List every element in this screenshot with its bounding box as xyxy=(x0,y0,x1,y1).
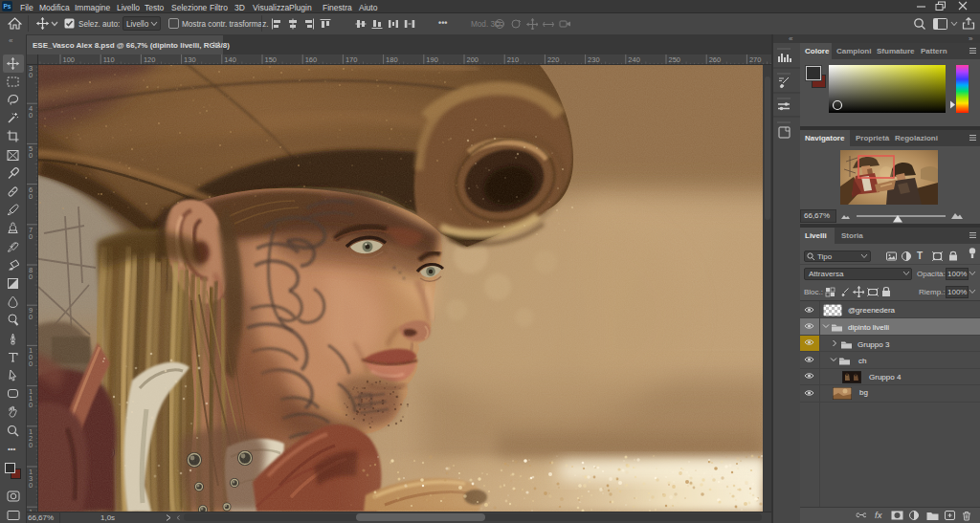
svg-text:130: 130 xyxy=(184,55,196,64)
svg-text:0: 0 xyxy=(29,272,33,281)
svg-text:170: 170 xyxy=(345,55,358,64)
svg-text:230: 230 xyxy=(588,55,600,64)
svg-text:100: 100 xyxy=(63,55,76,64)
svg-text:0: 0 xyxy=(29,151,33,160)
svg-text:150: 150 xyxy=(265,55,278,64)
svg-text:270: 270 xyxy=(749,55,762,64)
svg-text:0: 0 xyxy=(29,441,33,449)
svg-text:0: 0 xyxy=(29,232,33,241)
svg-text:0: 0 xyxy=(29,71,33,79)
svg-text:240: 240 xyxy=(628,55,640,64)
svg-text:0: 0 xyxy=(29,313,33,321)
svg-text:260: 260 xyxy=(709,55,722,64)
svg-text:190: 190 xyxy=(426,55,438,64)
svg-text:0: 0 xyxy=(29,481,33,490)
svg-text:200: 200 xyxy=(467,55,479,64)
svg-text:140: 140 xyxy=(224,55,236,64)
svg-text:210: 210 xyxy=(507,55,520,64)
svg-text:110: 110 xyxy=(103,55,115,64)
svg-text:0: 0 xyxy=(29,111,33,120)
svg-text:220: 220 xyxy=(547,55,560,64)
svg-text:120: 120 xyxy=(144,55,156,64)
svg-text:0: 0 xyxy=(29,192,33,201)
svg-text:0: 0 xyxy=(29,401,33,409)
svg-text:160: 160 xyxy=(305,55,318,64)
svg-text:180: 180 xyxy=(386,55,398,64)
svg-text:0: 0 xyxy=(29,360,33,368)
svg-text:250: 250 xyxy=(669,55,681,64)
